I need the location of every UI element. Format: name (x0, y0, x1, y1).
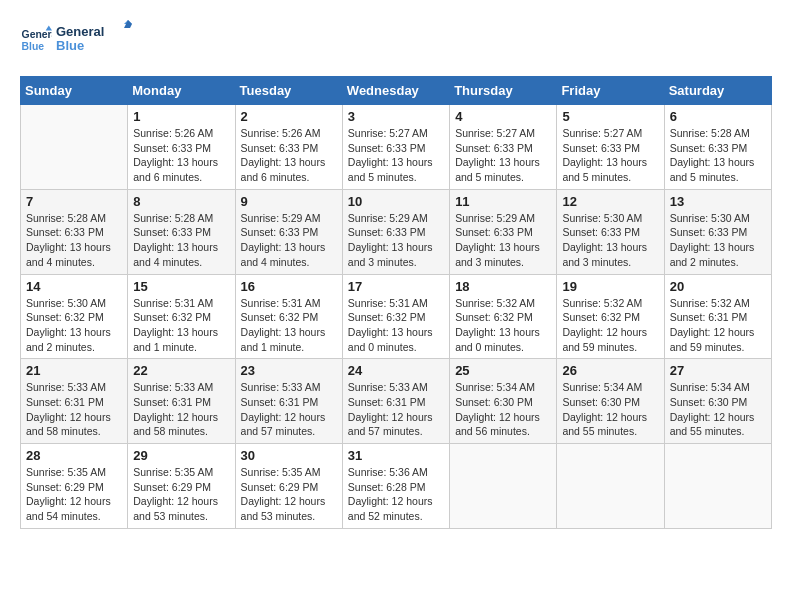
day-number: 19 (562, 279, 658, 294)
day-number: 17 (348, 279, 444, 294)
day-number: 20 (670, 279, 766, 294)
calendar-cell: 26Sunrise: 5:34 AMSunset: 6:30 PMDayligh… (557, 359, 664, 444)
calendar-cell: 23Sunrise: 5:33 AMSunset: 6:31 PMDayligh… (235, 359, 342, 444)
calendar-cell: 30Sunrise: 5:35 AMSunset: 6:29 PMDayligh… (235, 444, 342, 529)
day-number: 10 (348, 194, 444, 209)
day-info: Sunrise: 5:34 AMSunset: 6:30 PMDaylight:… (455, 380, 551, 439)
calendar-cell: 9Sunrise: 5:29 AMSunset: 6:33 PMDaylight… (235, 189, 342, 274)
calendar-cell: 4Sunrise: 5:27 AMSunset: 6:33 PMDaylight… (450, 105, 557, 190)
day-info: Sunrise: 5:34 AMSunset: 6:30 PMDaylight:… (670, 380, 766, 439)
day-info: Sunrise: 5:31 AMSunset: 6:32 PMDaylight:… (348, 296, 444, 355)
day-info: Sunrise: 5:35 AMSunset: 6:29 PMDaylight:… (26, 465, 122, 524)
calendar-cell: 15Sunrise: 5:31 AMSunset: 6:32 PMDayligh… (128, 274, 235, 359)
calendar-week-row: 21Sunrise: 5:33 AMSunset: 6:31 PMDayligh… (21, 359, 772, 444)
calendar-cell: 14Sunrise: 5:30 AMSunset: 6:32 PMDayligh… (21, 274, 128, 359)
day-info: Sunrise: 5:29 AMSunset: 6:33 PMDaylight:… (348, 211, 444, 270)
day-info: Sunrise: 5:33 AMSunset: 6:31 PMDaylight:… (348, 380, 444, 439)
calendar-week-row: 28Sunrise: 5:35 AMSunset: 6:29 PMDayligh… (21, 444, 772, 529)
day-info: Sunrise: 5:27 AMSunset: 6:33 PMDaylight:… (562, 126, 658, 185)
day-info: Sunrise: 5:28 AMSunset: 6:33 PMDaylight:… (133, 211, 229, 270)
day-number: 8 (133, 194, 229, 209)
day-number: 5 (562, 109, 658, 124)
calendar-cell: 25Sunrise: 5:34 AMSunset: 6:30 PMDayligh… (450, 359, 557, 444)
day-info: Sunrise: 5:28 AMSunset: 6:33 PMDaylight:… (26, 211, 122, 270)
calendar-cell: 2Sunrise: 5:26 AMSunset: 6:33 PMDaylight… (235, 105, 342, 190)
calendar-cell: 29Sunrise: 5:35 AMSunset: 6:29 PMDayligh… (128, 444, 235, 529)
day-info: Sunrise: 5:27 AMSunset: 6:33 PMDaylight:… (455, 126, 551, 185)
calendar-cell (21, 105, 128, 190)
calendar-cell: 19Sunrise: 5:32 AMSunset: 6:32 PMDayligh… (557, 274, 664, 359)
calendar-cell: 7Sunrise: 5:28 AMSunset: 6:33 PMDaylight… (21, 189, 128, 274)
column-header-monday: Monday (128, 77, 235, 105)
page-header: General Blue General Blue (20, 20, 772, 60)
calendar-cell: 17Sunrise: 5:31 AMSunset: 6:32 PMDayligh… (342, 274, 449, 359)
day-info: Sunrise: 5:34 AMSunset: 6:30 PMDaylight:… (562, 380, 658, 439)
day-info: Sunrise: 5:36 AMSunset: 6:28 PMDaylight:… (348, 465, 444, 524)
calendar-cell: 8Sunrise: 5:28 AMSunset: 6:33 PMDaylight… (128, 189, 235, 274)
calendar-cell: 10Sunrise: 5:29 AMSunset: 6:33 PMDayligh… (342, 189, 449, 274)
day-info: Sunrise: 5:31 AMSunset: 6:32 PMDaylight:… (241, 296, 337, 355)
day-number: 30 (241, 448, 337, 463)
column-header-sunday: Sunday (21, 77, 128, 105)
day-info: Sunrise: 5:33 AMSunset: 6:31 PMDaylight:… (26, 380, 122, 439)
svg-text:Blue: Blue (56, 38, 84, 53)
day-number: 23 (241, 363, 337, 378)
calendar-week-row: 7Sunrise: 5:28 AMSunset: 6:33 PMDaylight… (21, 189, 772, 274)
day-number: 13 (670, 194, 766, 209)
column-header-friday: Friday (557, 77, 664, 105)
day-info: Sunrise: 5:30 AMSunset: 6:33 PMDaylight:… (562, 211, 658, 270)
calendar-cell: 31Sunrise: 5:36 AMSunset: 6:28 PMDayligh… (342, 444, 449, 529)
day-number: 4 (455, 109, 551, 124)
day-number: 27 (670, 363, 766, 378)
calendar-cell: 1Sunrise: 5:26 AMSunset: 6:33 PMDaylight… (128, 105, 235, 190)
column-header-tuesday: Tuesday (235, 77, 342, 105)
day-number: 1 (133, 109, 229, 124)
svg-text:Blue: Blue (22, 41, 45, 52)
day-info: Sunrise: 5:30 AMSunset: 6:33 PMDaylight:… (670, 211, 766, 270)
day-number: 11 (455, 194, 551, 209)
day-number: 14 (26, 279, 122, 294)
calendar-cell: 3Sunrise: 5:27 AMSunset: 6:33 PMDaylight… (342, 105, 449, 190)
day-number: 29 (133, 448, 229, 463)
day-info: Sunrise: 5:35 AMSunset: 6:29 PMDaylight:… (241, 465, 337, 524)
day-number: 3 (348, 109, 444, 124)
day-info: Sunrise: 5:30 AMSunset: 6:32 PMDaylight:… (26, 296, 122, 355)
column-header-saturday: Saturday (664, 77, 771, 105)
calendar-cell: 11Sunrise: 5:29 AMSunset: 6:33 PMDayligh… (450, 189, 557, 274)
day-number: 18 (455, 279, 551, 294)
day-number: 26 (562, 363, 658, 378)
day-number: 16 (241, 279, 337, 294)
calendar-cell: 27Sunrise: 5:34 AMSunset: 6:30 PMDayligh… (664, 359, 771, 444)
calendar-week-row: 1Sunrise: 5:26 AMSunset: 6:33 PMDaylight… (21, 105, 772, 190)
column-header-thursday: Thursday (450, 77, 557, 105)
svg-text:General: General (56, 24, 104, 39)
calendar-cell: 21Sunrise: 5:33 AMSunset: 6:31 PMDayligh… (21, 359, 128, 444)
day-info: Sunrise: 5:28 AMSunset: 6:33 PMDaylight:… (670, 126, 766, 185)
calendar-cell (450, 444, 557, 529)
day-info: Sunrise: 5:32 AMSunset: 6:32 PMDaylight:… (562, 296, 658, 355)
day-number: 9 (241, 194, 337, 209)
day-number: 12 (562, 194, 658, 209)
svg-marker-2 (46, 26, 52, 31)
day-number: 22 (133, 363, 229, 378)
day-info: Sunrise: 5:27 AMSunset: 6:33 PMDaylight:… (348, 126, 444, 185)
day-number: 28 (26, 448, 122, 463)
day-number: 31 (348, 448, 444, 463)
logo: General Blue General Blue (20, 20, 136, 60)
day-info: Sunrise: 5:35 AMSunset: 6:29 PMDaylight:… (133, 465, 229, 524)
day-number: 15 (133, 279, 229, 294)
day-info: Sunrise: 5:33 AMSunset: 6:31 PMDaylight:… (241, 380, 337, 439)
day-info: Sunrise: 5:32 AMSunset: 6:31 PMDaylight:… (670, 296, 766, 355)
day-number: 21 (26, 363, 122, 378)
calendar-cell (557, 444, 664, 529)
day-number: 25 (455, 363, 551, 378)
day-number: 2 (241, 109, 337, 124)
calendar-cell: 24Sunrise: 5:33 AMSunset: 6:31 PMDayligh… (342, 359, 449, 444)
calendar-cell (664, 444, 771, 529)
day-info: Sunrise: 5:29 AMSunset: 6:33 PMDaylight:… (241, 211, 337, 270)
calendar-header-row: SundayMondayTuesdayWednesdayThursdayFrid… (21, 77, 772, 105)
calendar-cell: 13Sunrise: 5:30 AMSunset: 6:33 PMDayligh… (664, 189, 771, 274)
calendar-cell: 28Sunrise: 5:35 AMSunset: 6:29 PMDayligh… (21, 444, 128, 529)
day-info: Sunrise: 5:33 AMSunset: 6:31 PMDaylight:… (133, 380, 229, 439)
calendar-cell: 6Sunrise: 5:28 AMSunset: 6:33 PMDaylight… (664, 105, 771, 190)
